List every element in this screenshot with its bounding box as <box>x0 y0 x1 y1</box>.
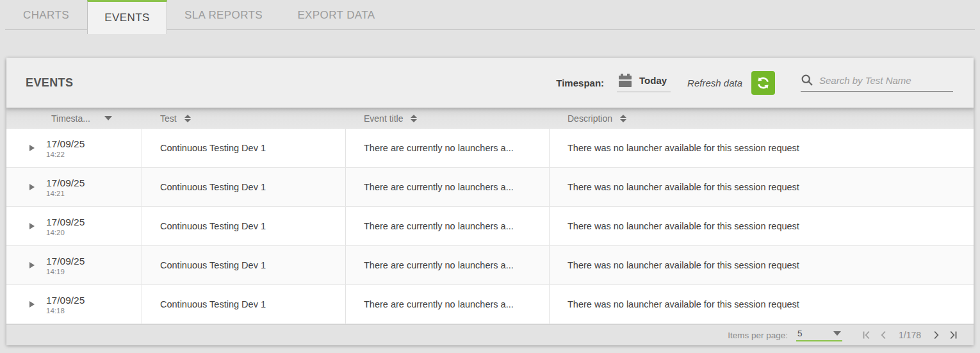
description-cell: There was no launcher available for this… <box>550 207 974 245</box>
expand-row-icon[interactable] <box>29 184 35 190</box>
expand-row-icon[interactable] <box>29 145 35 151</box>
timestamp-cell: 17/09/25 14:19 <box>6 246 142 284</box>
expand-row-icon[interactable] <box>29 262 35 268</box>
description-cell: There was no launcher available for this… <box>550 129 974 167</box>
sort-icon[interactable] <box>411 115 417 122</box>
table-row: 17/09/25 14:22 Continuous Testing Dev 1 … <box>6 129 974 168</box>
next-page-button[interactable] <box>927 327 944 343</box>
events-panel: EVENTS Timespan: Today Refresh data <box>6 58 974 345</box>
items-per-page-label: Items per page: <box>728 331 788 340</box>
description-cell: There was no launcher available for this… <box>550 168 974 206</box>
event-title-cell: There are currently no launchers a... <box>346 207 550 245</box>
page-title: EVENTS <box>26 76 73 90</box>
test-cell: Continuous Testing Dev 1 <box>142 285 346 324</box>
sort-icon[interactable] <box>184 115 191 122</box>
calendar-icon <box>618 74 632 87</box>
table-body: 17/09/25 14:22 Continuous Testing Dev 1 … <box>6 129 974 324</box>
tab-bar: CHARTS EVENTS SLA REPORTS EXPORT DATA <box>5 0 975 30</box>
column-header-description-label: Description <box>568 113 612 124</box>
timestamp-cell: 17/09/25 14:18 <box>6 285 142 324</box>
first-page-button[interactable] <box>859 327 876 343</box>
table-header: Timesta... Test Event title Description <box>6 108 974 129</box>
sort-icon[interactable] <box>620 115 626 122</box>
refresh-icon <box>755 75 771 91</box>
event-date: 17/09/25 <box>46 216 85 228</box>
tab-export-data[interactable]: EXPORT DATA <box>280 0 393 30</box>
timestamp-cell: 17/09/25 14:20 <box>6 207 142 245</box>
event-title-cell: There are currently no launchers a... <box>346 285 550 324</box>
description-cell: There was no launcher available for this… <box>550 246 974 284</box>
column-header-event-title-label: Event title <box>364 113 403 124</box>
refresh-data-label: Refresh data <box>687 78 742 88</box>
search-input[interactable] <box>819 75 953 86</box>
event-time: 14:18 <box>46 306 85 315</box>
column-header-test[interactable]: Test <box>142 113 346 124</box>
header-controls: Timespan: Today Refresh data <box>556 71 953 95</box>
tab-charts[interactable]: CHARTS <box>5 0 87 30</box>
event-title-cell: There are currently no launchers a... <box>346 246 550 284</box>
event-date: 17/09/25 <box>46 255 85 267</box>
column-header-timestamp[interactable]: Timesta... <box>6 113 142 124</box>
test-cell: Continuous Testing Dev 1 <box>142 168 346 206</box>
previous-page-button[interactable] <box>876 327 892 343</box>
column-header-timestamp-label: Timesta... <box>51 113 90 124</box>
expand-row-icon[interactable] <box>29 223 35 229</box>
chevron-down-icon <box>833 331 841 336</box>
expand-row-icon[interactable] <box>29 301 35 308</box>
panel-header: EVENTS Timespan: Today Refresh data <box>6 58 974 108</box>
event-date: 17/09/25 <box>46 138 85 150</box>
page-background-gap <box>0 30 980 58</box>
tab-sla-reports[interactable]: SLA REPORTS <box>167 0 280 30</box>
description-cell: There was no launcher available for this… <box>550 285 974 324</box>
tab-events[interactable]: EVENTS <box>87 0 167 34</box>
items-per-page-select[interactable]: 5 <box>796 329 842 341</box>
timestamp-cell: 17/09/25 14:22 <box>6 129 142 167</box>
chevron-left-icon <box>877 328 891 342</box>
event-date: 17/09/25 <box>46 177 85 189</box>
test-cell: Continuous Testing Dev 1 <box>142 246 346 284</box>
timestamp-cell: 17/09/25 14:21 <box>6 168 142 206</box>
search-box <box>801 74 953 92</box>
refresh-button[interactable] <box>751 71 775 95</box>
timespan-picker[interactable]: Today <box>617 74 671 92</box>
table-footer: Items per page: 5 1/178 <box>6 324 974 345</box>
timespan-label: Timespan: <box>556 78 604 88</box>
event-title-cell: There are currently no launchers a... <box>346 129 550 167</box>
event-time: 14:21 <box>46 189 85 198</box>
column-header-event-title[interactable]: Event title <box>346 113 550 124</box>
timespan-value: Today <box>639 75 667 86</box>
table-row: 17/09/25 14:19 Continuous Testing Dev 1 … <box>6 246 974 285</box>
column-header-test-label: Test <box>160 113 177 124</box>
table-row: 17/09/25 14:21 Continuous Testing Dev 1 … <box>6 168 974 207</box>
test-cell: Continuous Testing Dev 1 <box>142 207 346 245</box>
event-time: 14:22 <box>46 150 85 159</box>
test-cell: Continuous Testing Dev 1 <box>142 129 346 167</box>
last-page-button[interactable] <box>944 327 961 343</box>
table-row: 17/09/25 14:18 Continuous Testing Dev 1 … <box>6 285 974 324</box>
items-per-page-value: 5 <box>797 329 803 338</box>
last-page-icon <box>945 328 960 342</box>
sort-desc-icon[interactable] <box>104 116 112 120</box>
first-page-icon <box>860 328 874 342</box>
pagination: 1/178 <box>859 327 961 343</box>
column-header-description[interactable]: Description <box>550 113 974 124</box>
event-date: 17/09/25 <box>46 294 85 306</box>
event-time: 14:19 <box>46 267 85 276</box>
page-indicator: 1/178 <box>899 330 921 340</box>
event-title-cell: There are currently no launchers a... <box>346 168 550 206</box>
search-icon <box>801 74 813 86</box>
chevron-right-icon <box>929 328 943 342</box>
table-row: 17/09/25 14:20 Continuous Testing Dev 1 … <box>6 207 974 246</box>
event-time: 14:20 <box>46 228 85 237</box>
